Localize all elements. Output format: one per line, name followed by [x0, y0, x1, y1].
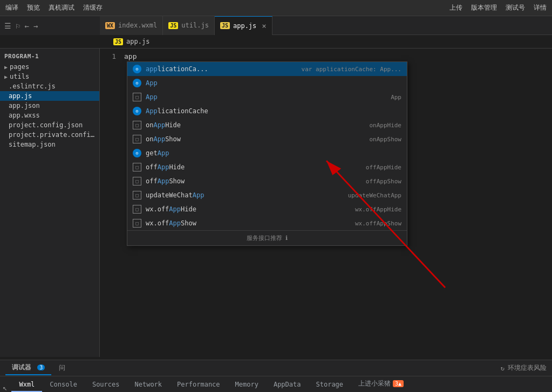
- tab-index-wxml[interactable]: WX index.wxml: [100, 16, 163, 35]
- autocomplete-item-7[interactable]: □ offAppHide offAppHide: [127, 160, 407, 174]
- ac-right-5: onAppShow: [369, 136, 401, 143]
- autocomplete-item-0[interactable]: ⊙ applicationCa... var applicationCache:…: [127, 62, 407, 76]
- ac-right-7: offAppHide: [366, 164, 401, 171]
- ac-item-left-2: □ App: [133, 93, 158, 101]
- line-numbers: 1: [100, 51, 121, 61]
- devtools-tab-storage[interactable]: Storage: [309, 378, 351, 392]
- menu-clear-cache[interactable]: 清缓存: [83, 3, 103, 12]
- bottom-tab-question[interactable]: 问: [52, 361, 72, 375]
- env-refresh-icon[interactable]: ↻: [501, 365, 505, 372]
- ac-label-10: wx.offAppHide: [146, 205, 196, 213]
- sidebar-item-projectprivate[interactable]: project.private.config.js...: [0, 130, 99, 140]
- devtools-tab-network[interactable]: Network: [127, 378, 170, 392]
- service-bar-text: 服务接口推荐 ℹ: [247, 234, 288, 242]
- ac-right-8: offAppShow: [366, 178, 401, 185]
- ac-label-4: onAppHide: [146, 121, 181, 129]
- devtools-tab-performance[interactable]: Performance: [169, 378, 227, 392]
- back-icon[interactable]: ←: [24, 22, 29, 30]
- ac-label-8: offAppShow: [146, 177, 185, 185]
- devtools-tab-console[interactable]: Console: [42, 378, 85, 392]
- sidebar-item-appjs[interactable]: app.js: [0, 91, 99, 101]
- sidebar-folder-utils[interactable]: ▶ utils: [0, 72, 99, 81]
- bottom-tab-debugger[interactable]: 调试器 3: [5, 361, 51, 375]
- sidebar-item-appwxss[interactable]: app.wxss: [0, 111, 99, 120]
- breadcrumb-filename: app.js: [126, 38, 149, 45]
- devtools-tab-memory[interactable]: Memory: [228, 378, 266, 392]
- autocomplete-item-10[interactable]: □ wx.offAppHide wx.offAppHide: [127, 202, 407, 216]
- tab-label-app-js: app.js: [233, 22, 256, 30]
- devtools-tab-appdata[interactable]: AppData: [266, 378, 309, 392]
- ac-label-7: offAppHide: [146, 163, 185, 171]
- menu-device-debug[interactable]: 真机调试: [49, 3, 74, 12]
- ac-square-icon-7: □: [133, 163, 141, 171]
- tab-label-index-wxml: index.wxml: [118, 22, 157, 29]
- autocomplete-item-3[interactable]: ⊙ ApplicationCache: [127, 104, 407, 118]
- bookmark-icon[interactable]: ⚐: [16, 22, 20, 30]
- menu-upload[interactable]: 上传: [449, 3, 462, 12]
- ac-square-icon-4: □: [133, 121, 141, 129]
- ac-item-left-6: ⊙ getApp: [133, 149, 169, 157]
- ac-label-0: applicationCa...: [146, 65, 208, 73]
- tab-close-app-js[interactable]: ×: [262, 22, 266, 30]
- ac-right-10: wx.offAppHide: [355, 206, 401, 213]
- tab-label-util-js: util.js: [181, 22, 209, 29]
- autocomplete-item-11[interactable]: □ wx.offAppShow wx.offAppShow: [127, 216, 407, 230]
- menu-preview[interactable]: 预览: [27, 3, 40, 12]
- service-bar: 服务接口推荐 ℹ: [127, 230, 407, 245]
- line-number-1: 1: [100, 51, 116, 61]
- autocomplete-item-4[interactable]: □ onAppHide onAppHide: [127, 118, 407, 132]
- forward-icon[interactable]: →: [33, 22, 38, 30]
- code-line-1: app: [124, 52, 137, 60]
- editor-content: 1 app: [100, 49, 552, 61]
- sidebar-item-projectconfig[interactable]: project.config.json: [0, 120, 99, 130]
- ac-label-5: onAppShow: [146, 135, 181, 143]
- autocomplete-item-6[interactable]: ⊙ getApp: [127, 146, 407, 160]
- autocomplete-item-5[interactable]: □ onAppShow onAppShow: [127, 132, 407, 146]
- sidebar-item-eslintrc[interactable]: .eslintrc.js: [0, 81, 99, 91]
- js-icon-app: JS: [220, 22, 230, 29]
- menu-test-num[interactable]: 测试号: [506, 3, 525, 12]
- tabs-bar: ☰ ⚐ ← → WX index.wxml JS util.js JS app.…: [0, 16, 552, 35]
- main-layout: PROGRAM-1 ▶ pages ▶ utils .eslintrc.js a…: [0, 49, 552, 357]
- tab-app-js[interactable]: JS app.js ×: [215, 16, 272, 35]
- menu-version-mgmt[interactable]: 版本管理: [471, 3, 497, 12]
- devtools-tab-sources[interactable]: Sources: [85, 378, 127, 392]
- autocomplete-item-1[interactable]: ⊙ App: [127, 76, 407, 90]
- autocomplete-item-8[interactable]: □ offAppShow offAppShow: [127, 174, 407, 188]
- ac-right-2: App: [391, 94, 401, 101]
- top-menu-bar: 编译 预览 真机调试 清缓存 上传 版本管理 测试号 详情: [0, 0, 552, 16]
- ac-circle-icon-6: ⊙: [133, 149, 141, 157]
- js-icon-util: JS: [168, 22, 178, 29]
- devtools-tab-wxml[interactable]: Wxml: [11, 378, 42, 392]
- sidebar-toggle-icon[interactable]: ☰: [4, 22, 11, 30]
- ac-square-icon-10: □: [133, 205, 141, 214]
- devtools-tab-user[interactable]: 上进小采猪 3▲: [351, 376, 411, 392]
- wxml-icon: WX: [105, 22, 115, 29]
- code-area[interactable]: app: [121, 51, 552, 61]
- autocomplete-item-2[interactable]: □ App App: [127, 90, 407, 104]
- autocomplete-dropdown: ⊙ applicationCa... var applicationCache:…: [127, 61, 407, 246]
- devtools-cursor-icon[interactable]: ↖: [3, 383, 7, 392]
- menu-detail[interactable]: 详情: [534, 3, 547, 12]
- sidebar-item-sitemap[interactable]: sitemap.json: [0, 140, 99, 149]
- env-bar-text: 环境症表风险: [508, 363, 547, 373]
- ac-item-left-10: □ wx.offAppHide: [133, 205, 196, 214]
- ac-item-left-3: ⊙ ApplicationCache: [133, 107, 208, 115]
- breadcrumb-bar: JS app.js: [0, 35, 552, 49]
- folder-label-pages: pages: [10, 63, 29, 71]
- ac-label-9: updateWeChatApp: [146, 191, 204, 199]
- sidebar-folder-pages[interactable]: ▶ pages: [0, 62, 99, 72]
- debugger-badge: 3: [37, 365, 45, 370]
- menu-compile[interactable]: 编译: [5, 3, 18, 12]
- ac-circle-icon-3: ⊙: [133, 107, 141, 115]
- autocomplete-item-9[interactable]: □ updateWeChatApp updateWeChatApp: [127, 188, 407, 202]
- ac-item-left-0: ⊙ applicationCa...: [133, 65, 208, 73]
- tab-util-js[interactable]: JS util.js: [163, 16, 215, 35]
- breadcrumb-js-icon: JS: [113, 38, 123, 45]
- ac-item-left-9: □ updateWeChatApp: [133, 191, 204, 200]
- ac-square-icon-9: □: [133, 191, 141, 200]
- ac-label-1: App: [146, 79, 158, 87]
- editor-area[interactable]: 1 app ⊙ applicationCa... var application…: [100, 49, 552, 357]
- sidebar-item-appjson[interactable]: app.json: [0, 101, 99, 111]
- ac-label-11: wx.offAppShow: [146, 219, 196, 227]
